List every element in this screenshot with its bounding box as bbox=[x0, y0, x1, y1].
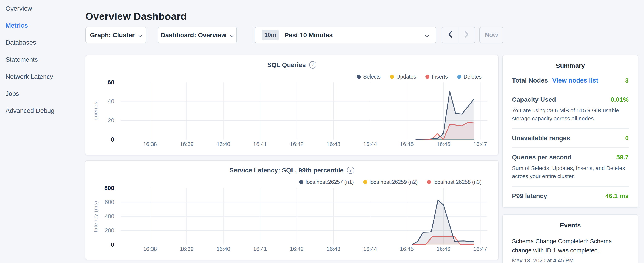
service-latency-panel: Service Latency: SQL, 99th percentile i … bbox=[85, 160, 498, 260]
svg-text:16:38: 16:38 bbox=[143, 141, 157, 147]
svg-text:16:43: 16:43 bbox=[326, 246, 340, 252]
sidebar: OverviewMetricsDatabasesStatementsNetwor… bbox=[6, 0, 78, 119]
svg-text:16:42: 16:42 bbox=[290, 141, 304, 147]
summary-row-label: Queries per second bbox=[512, 154, 572, 161]
chevron-down-icon bbox=[425, 32, 430, 39]
svg-text:600: 600 bbox=[105, 199, 114, 205]
svg-text:16:46: 16:46 bbox=[437, 246, 450, 252]
sidebar-item-network-latency[interactable]: Network Latency bbox=[6, 68, 78, 85]
summary-row: Queries per second59.7Sum of Selects, Up… bbox=[512, 148, 629, 186]
event-text: Schema Change Completed: Schema change w… bbox=[512, 237, 629, 255]
svg-text:16:45: 16:45 bbox=[400, 141, 414, 147]
sql-queries-plot[interactable]: 16:3816:3916:4016:4116:4216:4316:4416:45… bbox=[86, 55, 498, 155]
previous-time-window-button[interactable] bbox=[442, 27, 458, 43]
graph-scope-dropdown-label: Graph: Cluster bbox=[90, 32, 134, 39]
chevron-right-icon bbox=[464, 31, 469, 40]
svg-text:16:46: 16:46 bbox=[437, 141, 450, 147]
summary-row-value: 3 bbox=[625, 77, 629, 84]
svg-text:16:45: 16:45 bbox=[400, 246, 414, 252]
sidebar-item-overview[interactable]: Overview bbox=[6, 0, 78, 17]
summary-row-value: 59.7 bbox=[616, 154, 629, 161]
sidebar-item-databases[interactable]: Databases bbox=[6, 34, 78, 51]
summary-row-value: 46.1 ms bbox=[605, 192, 629, 200]
svg-text:16:41: 16:41 bbox=[253, 141, 267, 147]
svg-text:800: 800 bbox=[104, 185, 114, 191]
svg-text:16:47: 16:47 bbox=[473, 141, 487, 147]
event-timestamp: May 13, 2020 at 4:45 PM bbox=[512, 257, 629, 263]
service-latency-plot[interactable]: 16:3816:3916:4016:4116:4216:4316:4416:45… bbox=[86, 161, 498, 259]
svg-text:16:38: 16:38 bbox=[143, 246, 157, 252]
svg-text:0: 0 bbox=[111, 241, 114, 248]
svg-text:16:40: 16:40 bbox=[217, 141, 230, 147]
svg-text:16:44: 16:44 bbox=[363, 141, 377, 147]
svg-text:16:41: 16:41 bbox=[253, 246, 267, 252]
svg-text:20: 20 bbox=[108, 117, 114, 124]
chevron-left-icon bbox=[448, 31, 452, 40]
svg-text:16:40: 16:40 bbox=[217, 246, 230, 252]
svg-text:16:44: 16:44 bbox=[363, 246, 377, 252]
time-range-selector[interactable]: 10m Past 10 Minutes bbox=[255, 27, 436, 43]
summary-row: P99 latency46.1 ms bbox=[512, 187, 629, 205]
svg-text:16:42: 16:42 bbox=[290, 246, 304, 252]
summary-panel: Summary Total NodesView nodes list3Capac… bbox=[502, 55, 638, 208]
summary-row-label: Capacity Used bbox=[512, 96, 556, 103]
svg-text:16:47: 16:47 bbox=[473, 246, 487, 252]
svg-text:16:43: 16:43 bbox=[326, 141, 340, 147]
summary-row-value: 0 bbox=[625, 134, 629, 142]
view-nodes-list-link[interactable]: View nodes list bbox=[552, 77, 598, 84]
svg-text:latency (ms): latency (ms) bbox=[93, 201, 98, 232]
page-title: Overview Dashboard bbox=[86, 11, 187, 22]
chevron-down-icon bbox=[138, 32, 142, 39]
svg-text:0: 0 bbox=[111, 136, 114, 143]
dashboard-dropdown[interactable]: Dashboard: Overview bbox=[158, 27, 237, 43]
time-window-nav bbox=[442, 27, 475, 43]
summary-row: Capacity Used0.01%You are using 28.6 MiB… bbox=[512, 90, 629, 129]
summary-row-label: P99 latency bbox=[512, 192, 547, 200]
events-list: Schema Change Completed: Schema change w… bbox=[502, 237, 638, 263]
controls-divider bbox=[252, 27, 253, 43]
svg-text:200: 200 bbox=[105, 227, 114, 234]
graph-scope-dropdown[interactable]: Graph: Cluster bbox=[86, 27, 146, 43]
summary-row: Total NodesView nodes list3 bbox=[512, 71, 629, 90]
summary-row-label: Total Nodes bbox=[512, 77, 548, 84]
time-range-label: Past 10 Minutes bbox=[284, 32, 425, 39]
sidebar-item-jobs[interactable]: Jobs bbox=[6, 85, 78, 102]
events-panel: Events Schema Change Completed: Schema c… bbox=[502, 214, 638, 263]
svg-text:queries: queries bbox=[93, 102, 98, 120]
sidebar-item-advanced-debug[interactable]: Advanced Debug bbox=[6, 102, 78, 119]
next-time-window-button[interactable] bbox=[458, 27, 475, 43]
svg-text:400: 400 bbox=[105, 213, 114, 220]
summary-row: Unavailable ranges0 bbox=[512, 129, 629, 148]
svg-text:60: 60 bbox=[108, 79, 114, 86]
summary-row-value: 0.01% bbox=[610, 96, 629, 103]
summary-row-description: Sum of Selects, Updates, Inserts, and De… bbox=[512, 164, 629, 180]
summary-row-label: Unavailable ranges bbox=[512, 134, 570, 142]
summary-heading: Summary bbox=[502, 55, 638, 69]
sidebar-item-metrics[interactable]: Metrics bbox=[6, 17, 78, 34]
summary-rows: Total NodesView nodes list3Capacity Used… bbox=[502, 69, 638, 205]
svg-text:16:39: 16:39 bbox=[180, 141, 194, 147]
svg-text:16:39: 16:39 bbox=[180, 246, 194, 252]
sidebar-item-statements[interactable]: Statements bbox=[6, 51, 78, 68]
events-heading: Events bbox=[502, 215, 638, 229]
sql-queries-panel: SQL Queries i SelectsUpdatesInsertsDelet… bbox=[85, 55, 498, 155]
chevron-down-icon bbox=[230, 32, 234, 39]
svg-text:40: 40 bbox=[108, 98, 114, 105]
time-range-badge: 10m bbox=[262, 30, 279, 40]
now-button[interactable]: Now bbox=[480, 27, 503, 43]
summary-row-description: You are using 28.6 MiB of 515.9 GiB usab… bbox=[512, 107, 629, 123]
dashboard-dropdown-label: Dashboard: Overview bbox=[161, 32, 226, 39]
